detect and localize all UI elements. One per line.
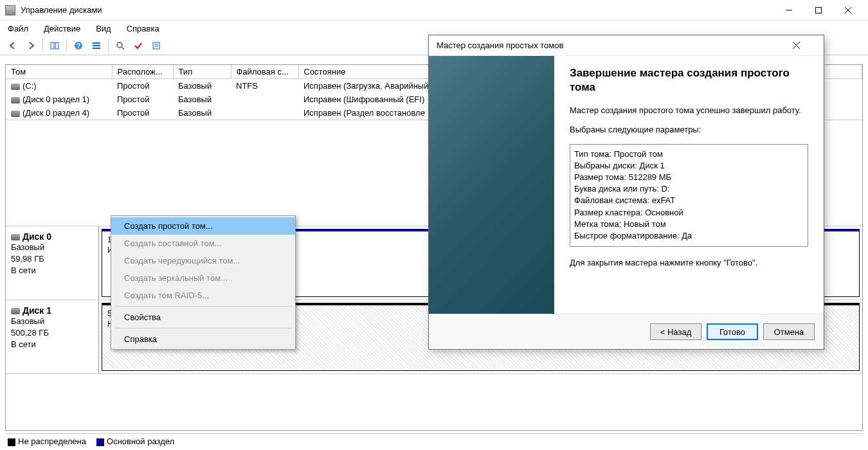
menu-action[interactable]: Действие [41, 22, 83, 35]
wizard-text2: Выбраны следующие параметры: [570, 124, 808, 136]
wizard-titlebar: Мастер создания простых томов [429, 35, 824, 56]
maximize-icon [815, 7, 822, 14]
props-button[interactable] [149, 38, 164, 53]
svg-rect-13 [153, 42, 159, 49]
wizard-dialog: Мастер создания простых томов Завершение… [428, 35, 824, 350]
ctx-create-simple[interactable]: Создать простой том... [111, 217, 295, 235]
maximize-button[interactable] [804, 0, 833, 21]
wizard-sidebar [429, 56, 554, 314]
disk-icon [11, 84, 20, 90]
wizard-param-line: Метка тома: Новый том [574, 219, 804, 230]
wizard-heading: Завершение мастера создания простого том… [570, 66, 808, 94]
wizard-finish-button[interactable]: Готово [707, 323, 758, 340]
svg-text:?: ? [77, 42, 80, 50]
legend: Не распределена Основной раздел [5, 433, 863, 449]
ctx-create-mirror: Создать зеркальный том... [111, 269, 295, 287]
disk-icon [11, 111, 20, 117]
col-volume[interactable]: Том [6, 65, 112, 79]
titlebar: Управление дисками [0, 0, 868, 21]
minimize-icon [786, 7, 792, 14]
wizard-param-line: Буква диска или путь: D: [574, 183, 804, 195]
wizard-content: Завершение мастера создания простого том… [554, 56, 824, 314]
wizard-param-line: Размер тома: 512289 МБ [574, 172, 804, 183]
col-fs[interactable]: Файловая с... [231, 65, 298, 79]
wizard-footer: < Назад Готово Отмена [429, 314, 824, 349]
svg-rect-1 [816, 7, 822, 13]
wizard-text1: Мастер создания простого тома успешно за… [570, 105, 808, 116]
wizard-close-button[interactable] [793, 42, 816, 49]
app-icon [5, 5, 15, 15]
menubar: Файл Действие Вид Справка [0, 21, 868, 36]
wizard-param-line: Тип тома: Простой том [574, 148, 804, 160]
minimize-button[interactable] [774, 0, 804, 21]
ctx-help[interactable]: Справка [111, 330, 295, 348]
toolbar-separator [108, 39, 109, 52]
close-button[interactable] [833, 0, 863, 21]
svg-rect-5 [55, 42, 59, 49]
properties-icon [151, 40, 161, 51]
disk-info[interactable]: Диск 1Базовый500,28 ГБВ сети [6, 300, 99, 374]
close-icon [845, 7, 851, 14]
col-layout[interactable]: Располож... [112, 65, 173, 79]
arrow-left-icon [8, 40, 18, 51]
context-menu: Создать простой том... Создать составной… [111, 215, 296, 350]
svg-rect-9 [93, 45, 100, 46]
forward-button[interactable] [23, 38, 39, 53]
settings-button[interactable] [89, 38, 104, 53]
help-icon: ? [73, 40, 84, 51]
menu-view[interactable]: Вид [93, 22, 114, 35]
svg-rect-4 [51, 42, 54, 49]
search-icon [115, 40, 125, 51]
wizard-back-button[interactable]: < Назад [650, 323, 701, 340]
wizard-text3: Для закрытия мастера нажмите кнопку "Гот… [570, 257, 808, 269]
wizard-title: Мастер создания простых томов [437, 40, 793, 50]
back-button[interactable] [5, 38, 21, 53]
svg-rect-8 [93, 42, 100, 44]
panels-icon [50, 40, 60, 51]
wizard-param-line: Выбраны диски: Диск 1 [574, 160, 804, 172]
wizard-param-line: Файловая система: exFAT [574, 195, 804, 206]
legend-primary: Основной раздел [96, 437, 174, 446]
wizard-param-line: Размер кластера: Основной [574, 207, 804, 219]
arrow-right-icon [26, 40, 36, 51]
ctx-create-raid5: Создать том RAID-5... [111, 287, 295, 304]
ctx-create-striped: Создать чередующийся том... [111, 252, 295, 269]
ctx-separator [115, 306, 291, 307]
close-icon [793, 42, 800, 49]
toolbar-separator [66, 39, 67, 52]
ctx-create-spanned: Создать составной том... [111, 235, 295, 252]
disk-icon [11, 97, 20, 104]
svg-rect-10 [93, 48, 100, 49]
disk-info[interactable]: Диск 0Базовый59,98 ГБВ сети [6, 226, 99, 300]
wizard-cancel-button[interactable]: Отмена [763, 323, 815, 340]
toolbar-separator [42, 39, 43, 52]
check-icon [133, 40, 143, 51]
window-title: Управление дисками [21, 5, 774, 15]
help-button[interactable]: ? [71, 38, 86, 53]
svg-point-11 [117, 42, 122, 48]
wizard-param-line: Быстрое форматирование: Да [574, 230, 804, 242]
wizard-params-box[interactable]: Тип тома: Простой томВыбраны диски: Диск… [570, 144, 808, 247]
list-icon [91, 40, 102, 51]
ctx-separator [115, 328, 291, 328]
check-button[interactable] [131, 38, 146, 53]
refresh-button[interactable] [47, 38, 62, 53]
legend-unalloc: Не распределена [8, 437, 86, 446]
menu-file[interactable]: Файл [5, 22, 31, 35]
svg-line-12 [122, 47, 124, 50]
ctx-properties[interactable]: Свойства [111, 309, 295, 326]
menu-help[interactable]: Справка [124, 22, 162, 35]
col-type[interactable]: Тип [173, 65, 231, 79]
find-button[interactable] [113, 38, 128, 53]
